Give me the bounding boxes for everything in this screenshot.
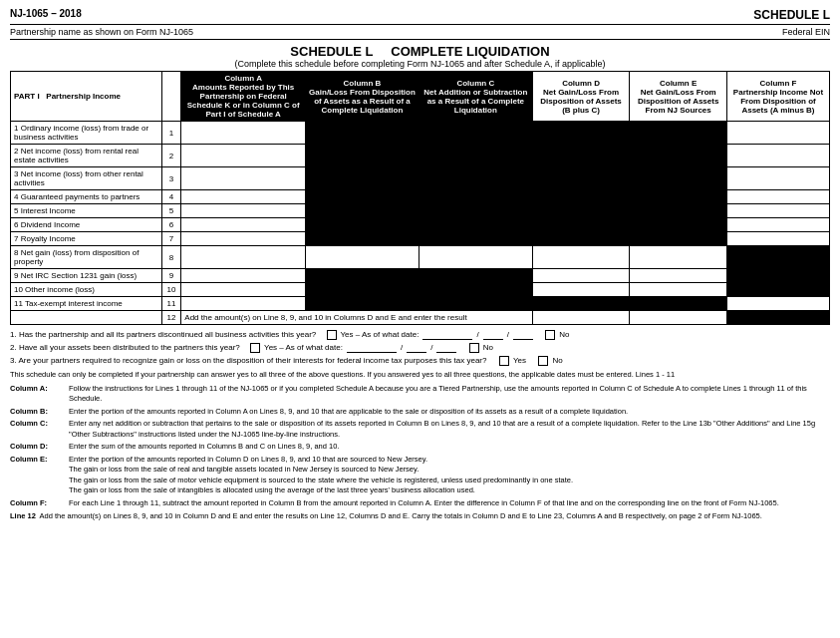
form-number: NJ-1065 – 2018 [10,8,82,19]
partnership-label: Partnership name as shown on Form NJ-106… [10,27,193,37]
table-row: 4 Guaranteed payments to partners4 [11,190,830,204]
row-num-header [161,72,181,122]
line-12-col-f [726,311,829,325]
q2-date-field3[interactable] [436,343,456,353]
row-number-6: 6 [161,218,181,232]
col-f-6[interactable] [726,218,829,232]
col-a-5[interactable] [181,204,306,218]
col-a-8[interactable] [181,246,306,269]
col-a-11[interactable] [181,297,306,311]
col-f-7[interactable] [726,232,829,246]
col-f-1[interactable] [726,122,829,145]
col-e-2 [630,145,727,167]
col-a-10[interactable] [181,283,306,297]
col-d-9[interactable] [532,269,630,283]
col-f-4[interactable] [726,190,829,204]
instruction-label-5: Column F: [10,498,65,509]
q2-yes-box[interactable] [250,343,260,353]
col-d-10[interactable] [532,283,630,297]
q1-date-field2[interactable] [483,330,503,340]
instruction-label-0: Column A: [10,384,65,405]
question-3: 3. Are your partners required to recogni… [10,355,830,367]
col-f-11[interactable] [726,297,829,311]
q1-date-field[interactable] [422,330,472,340]
col-a-6[interactable] [181,218,306,232]
col-f-3[interactable] [726,167,829,190]
instruction-row-5: Column F:For each Line 1 through 11, sub… [10,498,830,509]
row-label-11: 11 Tax-exempt interest income [11,297,162,311]
questions-section: 1. Has the partnership and all its partn… [10,329,830,367]
note-text: This schedule can only be completed if y… [10,370,830,381]
col-b-8[interactable] [306,246,420,269]
col-c-11 [419,297,532,311]
col-e-9[interactable] [630,269,727,283]
col-b-10 [306,283,420,297]
col-f-10 [726,283,829,297]
q1-no-box[interactable] [545,330,555,340]
q3-no-box[interactable] [538,356,548,366]
q1-date-field3[interactable] [513,330,533,340]
row-number-10: 10 [161,283,181,297]
schedule-l-main-title: SCHEDULE L COMPLETE LIQUIDATION [290,44,549,59]
col-e-8[interactable] [630,246,727,269]
col-d-header: Column D Net Gain/Loss From Disposition … [532,72,630,122]
table-row: 3 Net income (loss) from other rental ac… [11,167,830,190]
q2-date-field[interactable] [347,343,397,353]
col-b-7 [306,232,420,246]
col-a-9[interactable] [181,269,306,283]
col-c-8[interactable] [419,246,532,269]
line-12-text: Add the amount(s) on Line 8, 9, and 10 i… [181,311,532,325]
col-a-3[interactable] [181,167,306,190]
col-b-5 [306,204,420,218]
partnership-ein-row: Partnership name as shown on Form NJ-106… [10,24,830,40]
row-number-7: 7 [161,232,181,246]
q2-no-box[interactable] [469,343,479,353]
col-d-8[interactable] [532,246,630,269]
col-e-5 [630,204,727,218]
row-label-5: 5 Interest Income [11,204,162,218]
col-a-4[interactable] [181,190,306,204]
instructions-section: Column A:Follow the instructions for Lin… [10,384,830,509]
col-a-1[interactable] [181,122,306,145]
table-row: 8 Net gain (loss) from disposition of pr… [11,246,830,269]
line-12-col-e[interactable] [630,311,727,325]
row-label-10: 10 Other income (loss) [11,283,162,297]
q2-date-field2[interactable] [407,343,426,353]
instruction-row-0: Column A:Follow the instructions for Lin… [10,384,830,405]
row-number-11: 11 [161,297,181,311]
col-c-3 [419,167,532,190]
page-container: NJ-1065 – 2018 SCHEDULE L Partnership na… [0,0,840,528]
col-a-header: Column A Amounts Reported by This Partne… [181,72,306,122]
col-a-7[interactable] [181,232,306,246]
table-row: 10 Other income (loss)10 [11,283,830,297]
row-label-8: 8 Net gain (loss) from disposition of pr… [11,246,162,269]
row-number-3: 3 [161,167,181,190]
instruction-text-4: Enter the portion of the amounts reporte… [69,455,830,496]
col-e-10[interactable] [630,283,727,297]
col-f-header: Column F Partnership Income Not From Dis… [726,72,829,122]
instruction-text-3: Enter the sum of the amounts reported in… [69,442,830,453]
col-d-1 [532,122,630,145]
col-d-2 [532,145,630,167]
line-12-label [11,311,162,325]
col-c-5 [419,204,532,218]
col-f-8 [726,246,829,269]
table-row: 1 Ordinary income (loss) from trade or b… [11,122,830,145]
part-header: PART I Partnership Income [11,72,162,122]
col-c-7 [419,232,532,246]
instruction-row-3: Column D:Enter the sum of the amounts re… [10,442,830,453]
col-f-9 [726,269,829,283]
line-12-col-d[interactable] [532,311,630,325]
col-f-5[interactable] [726,204,829,218]
q1-yes-box[interactable] [327,330,337,340]
col-f-2[interactable] [726,145,829,167]
col-a-2[interactable] [181,145,306,167]
q3-yes-box[interactable] [499,356,509,366]
row-number-5: 5 [161,204,181,218]
schedule-l-subtitle: (Complete this schedule before completin… [10,59,830,69]
col-b-3 [306,167,420,190]
table-row: 11 Tax-exempt interest income11 [11,297,830,311]
table-row: 9 Net IRC Section 1231 gain (loss)9 [11,269,830,283]
instruction-label-2: Column C: [10,419,65,440]
row-label-2: 2 Net income (loss) from rental real est… [11,145,162,167]
